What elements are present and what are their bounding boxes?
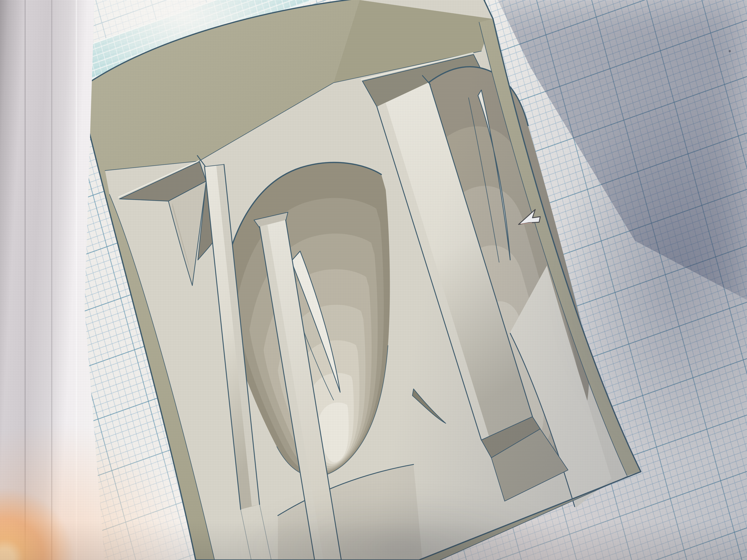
photo-frame [0,0,747,560]
screen-viewport[interactable] [0,0,747,560]
photo-of-screen [0,0,747,560]
shadow-tint [0,0,747,560]
